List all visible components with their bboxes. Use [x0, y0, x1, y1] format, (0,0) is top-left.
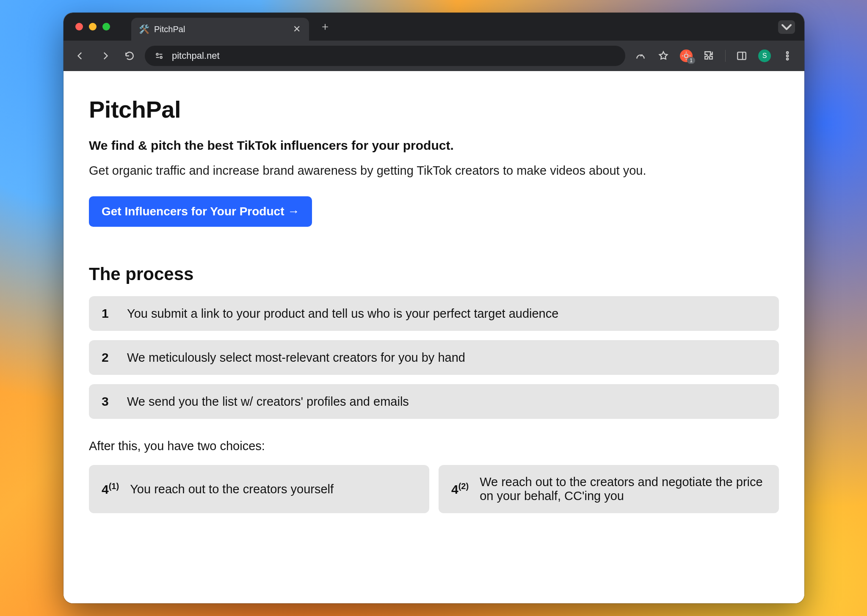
tab-title: PitchPal [154, 25, 287, 34]
step-text: We send you the list w/ creators' profil… [127, 395, 409, 409]
fullscreen-window-button[interactable] [102, 23, 110, 30]
process-step: 2 We meticulously select most-relevant c… [89, 340, 779, 375]
side-panel-icon[interactable] [732, 47, 751, 65]
browser-toolbar: pitchpal.net 1 S [64, 41, 804, 71]
toolbar-divider [725, 50, 726, 62]
page-content: PitchPal We find & pitch the best TikTok… [64, 71, 804, 547]
cta-button[interactable]: Get Influencers for Your Product → [89, 196, 312, 227]
svg-point-2 [685, 54, 688, 58]
browser-tab[interactable]: 🛠️ PitchPal ✕ [131, 18, 309, 41]
reload-button[interactable] [120, 47, 139, 65]
step-number: 3 [102, 394, 113, 409]
tagline: We find & pitch the best TikTok influenc… [89, 138, 779, 153]
choice-card: 4(2) We reach out to the creators and ne… [439, 465, 779, 513]
page-title: PitchPal [89, 96, 779, 123]
tab-strip: 🛠️ PitchPal ✕ ＋ [64, 13, 804, 41]
step-text: We meticulously select most-relevant cre… [127, 351, 465, 365]
extension-icon[interactable]: 1 [677, 47, 696, 65]
svg-rect-3 [737, 52, 746, 59]
browser-window: 🛠️ PitchPal ✕ ＋ pitchpal.net [64, 13, 804, 603]
svg-point-5 [787, 55, 788, 57]
svg-point-0 [156, 53, 158, 55]
choice-card: 4(1) You reach out to the creators yours… [89, 465, 429, 513]
process-step: 1 You submit a link to your product and … [89, 296, 779, 331]
extension-badge-count: 1 [687, 57, 695, 64]
choice-text: We reach out to the creators and negotia… [480, 475, 766, 503]
step-number: 1 [102, 306, 113, 321]
choice-number: 4(1) [102, 481, 119, 497]
toolbar-right: 1 S [631, 47, 797, 65]
svg-point-4 [787, 52, 788, 53]
profile-initial: S [758, 50, 771, 62]
svg-point-1 [160, 56, 162, 58]
choice-number: 4(2) [451, 481, 469, 497]
choices-label: After this, you have two choices: [89, 439, 779, 453]
new-tab-button[interactable]: ＋ [317, 18, 334, 35]
step-text: You submit a link to your product and te… [127, 307, 558, 321]
process-heading: The process [89, 264, 779, 284]
bookmark-star-icon[interactable] [654, 47, 673, 65]
subtext: Get organic traffic and increase brand a… [89, 164, 779, 178]
kebab-menu-icon[interactable] [778, 47, 797, 65]
performance-icon[interactable] [631, 47, 650, 65]
minimize-window-button[interactable] [89, 23, 97, 30]
forward-button[interactable] [96, 47, 114, 65]
extension-badge: 1 [680, 50, 693, 62]
address-bar[interactable]: pitchpal.net [145, 46, 625, 66]
profile-avatar[interactable]: S [755, 47, 774, 65]
page-viewport[interactable]: PitchPal We find & pitch the best TikTok… [64, 71, 804, 603]
choices-row: 4(1) You reach out to the creators yours… [89, 465, 779, 513]
window-controls [75, 23, 110, 30]
close-window-button[interactable] [75, 23, 83, 30]
step-number: 2 [102, 350, 113, 365]
svg-point-6 [787, 58, 788, 60]
choice-text: You reach out to the creators yourself [130, 482, 334, 496]
close-tab-button[interactable]: ✕ [292, 25, 301, 34]
process-step: 3 We send you the list w/ creators' prof… [89, 384, 779, 419]
extensions-puzzle-icon[interactable] [700, 47, 718, 65]
site-settings-icon[interactable] [153, 50, 165, 62]
tab-favicon-icon: 🛠️ [139, 24, 149, 34]
tab-search-button[interactable] [778, 20, 795, 34]
back-button[interactable] [71, 47, 90, 65]
url-text: pitchpal.net [172, 50, 220, 61]
